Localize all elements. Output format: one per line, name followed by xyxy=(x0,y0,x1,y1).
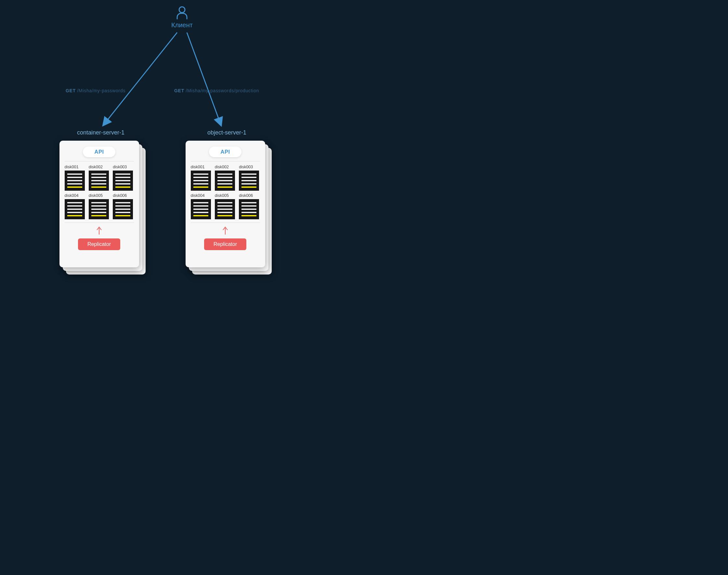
disk-item: disk004 xyxy=(65,193,86,219)
svg-line-2 xyxy=(187,32,221,125)
svg-line-1 xyxy=(103,32,177,125)
disk-icon xyxy=(113,199,133,219)
disk-icon xyxy=(65,199,85,219)
server-title: container-server-1 xyxy=(55,129,146,136)
client-label: Клиент xyxy=(171,22,193,29)
server-title: object-server-1 xyxy=(181,129,272,136)
disk-item: disk003 xyxy=(113,165,134,191)
disk-label: disk006 xyxy=(239,193,260,198)
disk-icon xyxy=(239,171,259,191)
disk-item: disk004 xyxy=(191,193,211,219)
replicator-arrow-icon xyxy=(64,226,135,236)
disk-label: disk001 xyxy=(65,165,86,169)
container-server-stack: container-server-1 API disk001disk002dis… xyxy=(55,129,146,271)
disk-item: disk001 xyxy=(191,165,211,191)
disk-label: disk004 xyxy=(65,193,86,198)
request-method: GET xyxy=(66,88,76,93)
card-stack: API disk001disk002disk003disk004disk005d… xyxy=(60,141,142,271)
disk-item: disk005 xyxy=(215,193,236,219)
api-badge: API xyxy=(83,146,115,157)
divider xyxy=(65,161,134,162)
disks-grid-right: disk001disk002disk003disk004disk005disk0… xyxy=(190,165,261,219)
disks-grid-left: disk001disk002disk003disk004disk005disk0… xyxy=(64,165,135,219)
request-left: GET /Misha/my-passwords xyxy=(66,88,126,93)
card-stack: API disk001disk002disk003disk004disk005d… xyxy=(186,141,268,271)
disk-label: disk001 xyxy=(191,165,211,169)
divider xyxy=(65,223,134,223)
disk-icon xyxy=(191,199,211,219)
user-icon xyxy=(171,6,193,20)
client: Клиент xyxy=(171,6,193,29)
replicator-badge: Replicator xyxy=(204,238,246,250)
request-path: /Misha/my-passwords/production xyxy=(186,88,259,93)
disk-item: disk001 xyxy=(65,165,86,191)
disk-item: disk002 xyxy=(89,165,109,191)
disk-icon xyxy=(113,171,133,191)
disk-label: disk003 xyxy=(239,165,260,169)
request-right: GET /Misha/my-passwords/production xyxy=(174,88,259,93)
disk-item: disk003 xyxy=(239,165,260,191)
disk-label: disk005 xyxy=(89,193,109,198)
disk-icon xyxy=(89,171,109,191)
disk-item: disk005 xyxy=(89,193,109,219)
svg-point-0 xyxy=(179,7,185,13)
disk-label: disk002 xyxy=(89,165,109,169)
disk-icon xyxy=(89,199,109,219)
card-front: API disk001disk002disk003disk004disk005d… xyxy=(60,141,139,267)
disk-icon xyxy=(215,199,235,219)
disk-icon xyxy=(239,199,259,219)
divider xyxy=(191,161,260,162)
disk-item: disk002 xyxy=(215,165,236,191)
disk-label: disk002 xyxy=(215,165,236,169)
disk-label: disk004 xyxy=(191,193,211,198)
disk-icon xyxy=(191,171,211,191)
api-badge: API xyxy=(209,146,241,157)
replicator-badge: Replicator xyxy=(78,238,120,250)
disk-label: disk005 xyxy=(215,193,236,198)
disk-label: disk003 xyxy=(113,165,134,169)
request-path: /Misha/my-passwords xyxy=(77,88,126,93)
divider xyxy=(191,223,260,223)
replicator-arrow-icon xyxy=(190,226,261,236)
disk-item: disk006 xyxy=(239,193,260,219)
card-front: API disk001disk002disk003disk004disk005d… xyxy=(186,141,265,267)
request-method: GET xyxy=(174,88,184,93)
object-server-stack: object-server-1 API disk001disk002disk00… xyxy=(181,129,272,271)
disk-icon xyxy=(215,171,235,191)
disk-icon xyxy=(65,171,85,191)
client-arrows xyxy=(0,29,364,133)
disk-label: disk006 xyxy=(113,193,134,198)
disk-item: disk006 xyxy=(113,193,134,219)
